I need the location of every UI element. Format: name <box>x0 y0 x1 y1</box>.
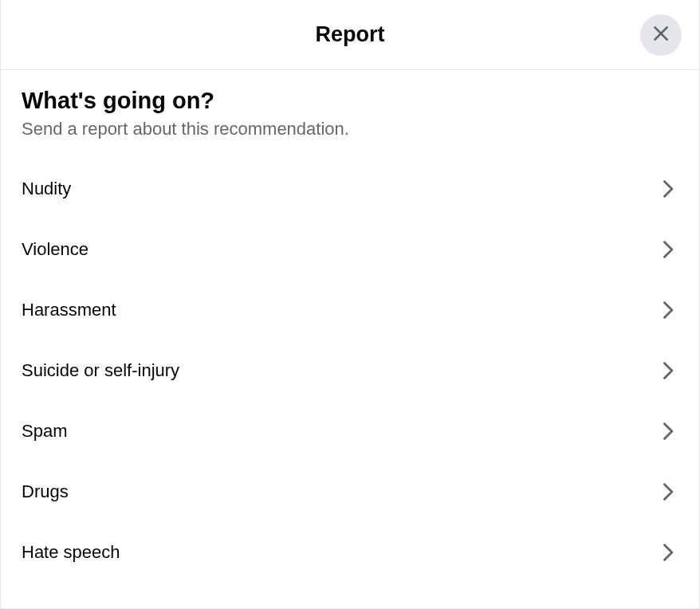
chevron-right-icon <box>656 541 678 564</box>
modal-title: Report <box>316 22 385 47</box>
chevron-right-icon <box>656 481 678 503</box>
report-option-nudity[interactable]: Nudity <box>22 159 678 219</box>
report-option-suicide-self-injury[interactable]: Suicide or self-injury <box>22 340 678 401</box>
chevron-right-icon <box>656 238 678 261</box>
chevron-right-icon <box>656 420 678 442</box>
report-option-drugs[interactable]: Drugs <box>22 462 678 522</box>
report-option-list: Nudity Violence Harassment <box>22 159 678 583</box>
chevron-right-icon <box>656 299 678 321</box>
option-label: Hate speech <box>22 542 120 563</box>
chevron-right-icon <box>656 178 678 200</box>
report-option-hate-speech[interactable]: Hate speech <box>22 522 678 583</box>
option-label: Spam <box>22 421 67 442</box>
close-icon <box>651 23 671 46</box>
modal-header: Report <box>1 0 699 70</box>
report-modal: Report What's going on? Send a report ab… <box>0 0 700 609</box>
report-option-violence[interactable]: Violence <box>22 219 678 280</box>
section-title: What's going on? <box>22 88 678 114</box>
option-label: Suicide or self-injury <box>22 360 179 381</box>
report-option-harassment[interactable]: Harassment <box>22 280 678 340</box>
section-subtitle: Send a report about this recommendation. <box>22 119 678 139</box>
option-label: Nudity <box>22 179 71 199</box>
modal-content: What's going on? Send a report about thi… <box>1 70 699 608</box>
report-option-spam[interactable]: Spam <box>22 401 678 462</box>
close-button[interactable] <box>640 14 682 56</box>
option-label: Drugs <box>22 481 69 502</box>
option-label: Violence <box>22 239 88 260</box>
option-label: Harassment <box>22 300 116 320</box>
chevron-right-icon <box>656 360 678 382</box>
